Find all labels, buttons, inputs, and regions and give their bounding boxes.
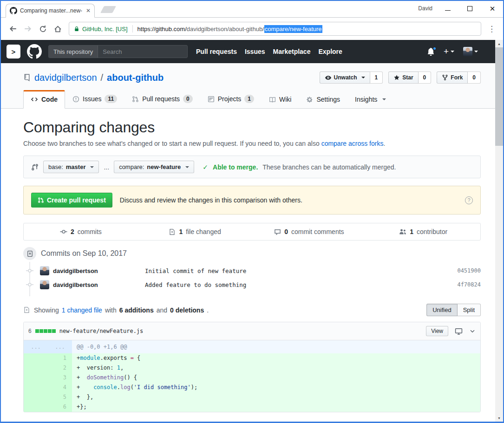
user-menu[interactable]: [463, 47, 478, 56]
code-line: 2+ version: 1,: [24, 363, 480, 373]
watch-count[interactable]: 1: [370, 72, 383, 84]
create-pull-request-button[interactable]: Create pull request: [31, 193, 112, 208]
subtitle-text: Choose two branches to see what's change…: [23, 140, 321, 147]
back-icon[interactable]: [6, 21, 20, 36]
code-token: +: [77, 384, 93, 390]
page-scrollbar[interactable]: ▲ ▼: [495, 40, 503, 422]
help-icon[interactable]: ?: [465, 196, 473, 204]
repo-name-link[interactable]: about-github: [107, 72, 164, 83]
window-maximize-button[interactable]: [467, 6, 472, 11]
window-close-button[interactable]: ✕: [489, 5, 496, 12]
commit-hash-link[interactable]: 4f70824: [457, 281, 481, 288]
fork-control: Fork 0: [437, 72, 481, 84]
code-token: console: [93, 384, 117, 390]
caret-down-icon: [185, 166, 189, 170]
stat-contributor[interactable]: 1contributor: [366, 228, 480, 235]
diff-summary-row: Showing 1 changed file with 6 additions …: [23, 304, 481, 316]
forward-icon[interactable]: [20, 21, 35, 36]
unified-view-button[interactable]: Unified: [426, 304, 457, 316]
code-token: ,: [120, 364, 124, 371]
header-nav-explore[interactable]: Explore: [318, 48, 342, 55]
line-number-new: 1: [48, 353, 72, 363]
browser-menu-icon[interactable]: ⋮: [485, 24, 498, 34]
user-avatar: [463, 47, 472, 56]
header-nav-issues[interactable]: Issues: [245, 48, 265, 55]
tab-settings[interactable]: Settings: [299, 90, 347, 109]
stat-commit-comments[interactable]: 0commit comments: [252, 228, 367, 235]
commit-author-name[interactable]: davidgilbertson: [53, 267, 98, 274]
commit-hash-link[interactable]: 0451900: [457, 267, 481, 274]
tab-pull-requests[interactable]: Pull requests0: [124, 89, 200, 109]
base-branch-button[interactable]: base: master: [43, 161, 99, 173]
browser-profile-name[interactable]: David: [418, 5, 432, 12]
fork-button[interactable]: Fork: [437, 72, 468, 84]
file-name[interactable]: new-feature/newFeature.js: [59, 328, 144, 334]
repo-actions: Unwatch 1 Star 0: [320, 72, 481, 84]
scroll-down-icon[interactable]: ▼: [495, 414, 503, 422]
commit-message-link[interactable]: Added feature to do something: [145, 281, 453, 288]
reload-icon[interactable]: [35, 21, 50, 36]
star-button[interactable]: Star: [388, 72, 418, 84]
home-icon[interactable]: [50, 21, 65, 36]
code-token: + },: [77, 394, 93, 400]
notifications-bell-icon[interactable]: [427, 48, 435, 56]
new-tab-button[interactable]: [100, 6, 116, 13]
code-token: =: [131, 355, 134, 361]
tab-projects[interactable]: Projects1: [200, 89, 262, 109]
stat-file-changed[interactable]: 1file changed: [138, 228, 252, 235]
window-minimize-button[interactable]: [445, 6, 451, 11]
create-new-menu[interactable]: +: [444, 46, 454, 57]
stat-commits[interactable]: 2commits: [24, 228, 138, 235]
unwatch-button[interactable]: Unwatch: [320, 72, 370, 84]
tab-code[interactable]: Code: [23, 90, 65, 109]
commit-row: davidgilbertsonInitial commit of new fea…: [23, 264, 481, 278]
header-nav-pull-requests[interactable]: Pull requests: [196, 48, 237, 55]
compare-across-forks-link[interactable]: compare across forks: [321, 140, 384, 147]
github-header: > This repository Pull requestsIssuesMar…: [1, 40, 503, 63]
commit-author-name[interactable]: davidgilbertson: [53, 281, 98, 288]
tab-label: Settings: [316, 96, 340, 103]
compare-branch-button[interactable]: compare: new-feature: [114, 161, 194, 173]
fork-count[interactable]: 0: [468, 72, 481, 84]
browser-tab[interactable]: Comparing master...new- ✕: [6, 4, 95, 18]
code-token: log: [120, 384, 131, 390]
address-bar[interactable]: GitHub, Inc. [US] https://github.com/dav…: [69, 22, 481, 36]
changed-file-link[interactable]: 1 changed file: [62, 306, 102, 314]
line-number-old: [24, 363, 48, 373]
wiki-icon: [269, 96, 276, 103]
repo-owner-link[interactable]: davidgilbertson: [34, 72, 97, 83]
subtitle-period: .: [383, 140, 385, 147]
split-view-button[interactable]: Split: [458, 304, 481, 316]
star-icon: [393, 74, 400, 81]
repo-title: davidgilbertson / about-github: [23, 72, 164, 83]
scroll-up-icon[interactable]: ▲: [495, 40, 503, 47]
search-input[interactable]: [98, 48, 187, 55]
display-rich-diff-icon[interactable]: [455, 327, 463, 335]
github-logo-icon[interactable]: [27, 44, 42, 59]
star-count[interactable]: 0: [419, 72, 432, 84]
header-nav-marketplace[interactable]: Marketplace: [273, 48, 311, 55]
scrollbar-thumb[interactable]: [495, 47, 503, 146]
security-label[interactable]: GitHub, Inc. [US]: [82, 26, 128, 33]
chevron-down-icon[interactable]: [469, 328, 476, 334]
stat-value: 1: [179, 228, 183, 235]
tab-close-icon[interactable]: ✕: [86, 7, 91, 14]
tab-wiki[interactable]: Wiki: [262, 90, 299, 109]
github-search[interactable]: This repository: [48, 45, 188, 58]
commit-author-avatar[interactable]: [40, 280, 49, 289]
pr-icon: [132, 96, 139, 103]
caret-down-icon: [474, 51, 478, 54]
compare-branch-name: new-feature: [147, 163, 181, 170]
tab-issues[interactable]: Issues11: [65, 89, 124, 109]
view-file-button[interactable]: View: [426, 326, 448, 336]
showing-text: Showing: [34, 306, 59, 314]
tab-insights[interactable]: Insights: [347, 90, 393, 109]
commit-message-link[interactable]: Initial commit of new feature: [145, 267, 453, 274]
comment-icon: [274, 228, 281, 235]
compare-prefix: compare:: [119, 163, 144, 170]
extension-panel-toggle-button[interactable]: >: [7, 45, 20, 59]
commit-author-avatar[interactable]: [40, 266, 49, 275]
and-text: and: [157, 306, 167, 314]
star-label: Star: [402, 74, 413, 81]
code-token: doSomething: [87, 374, 124, 381]
